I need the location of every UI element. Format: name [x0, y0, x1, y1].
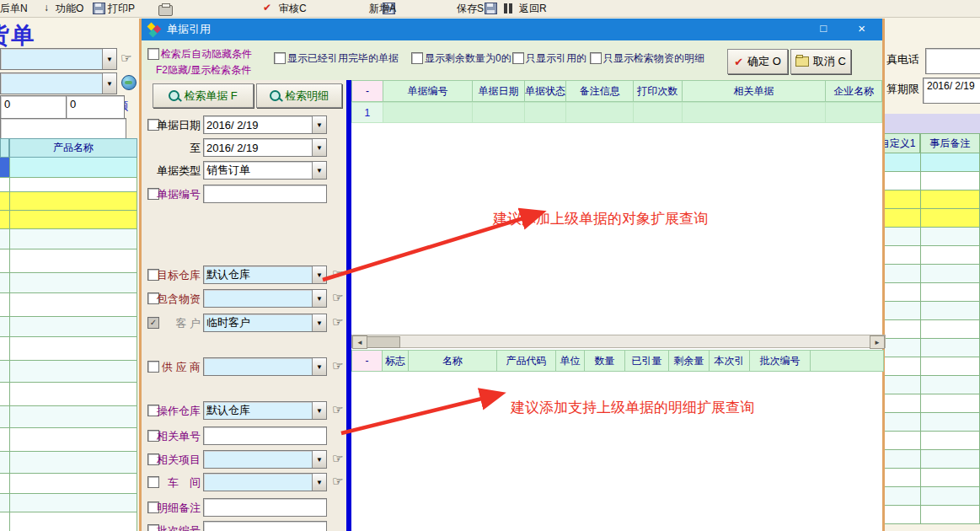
toolbar-item-houdan[interactable]: 后单N: [0, 2, 28, 16]
date-from-select[interactable]: 2016/ 2/19 ▼: [203, 115, 327, 134]
chevron-down-icon[interactable]: ▼: [312, 358, 326, 375]
ok-button[interactable]: ✔ 确定 O: [727, 49, 788, 74]
table-row: [875, 209, 980, 228]
chevron-down-icon[interactable]: ▼: [312, 474, 326, 491]
chevron-down-icon[interactable]: ▼: [312, 402, 326, 419]
table-row: [875, 394, 980, 413]
show-zero-checkbox[interactable]: [411, 52, 423, 64]
picker-hand-icon[interactable]: ☞: [120, 51, 131, 64]
bg-secondary-select[interactable]: ▼: [0, 72, 117, 94]
doc-table-row[interactable]: 1: [351, 102, 882, 123]
doc-no-input[interactable]: [203, 185, 327, 203]
scroll-left-button[interactable]: ◄: [352, 335, 367, 349]
detail-col-header[interactable]: 本次引: [710, 350, 750, 372]
chevron-down-icon[interactable]: ▼: [312, 451, 326, 468]
picker-hand-icon[interactable]: ☞: [332, 291, 343, 303]
horizontal-scrollbar[interactable]: ◄ ►: [351, 335, 886, 348]
printer-icon[interactable]: [158, 5, 173, 16]
detail-col-header[interactable]: 单位: [556, 350, 585, 372]
include-material-select[interactable]: ▼: [203, 289, 327, 308]
scroll-right-button[interactable]: ►: [870, 335, 885, 349]
chevron-down-icon[interactable]: ▼: [312, 290, 326, 307]
picker-hand-icon[interactable]: ☞: [332, 267, 343, 280]
only-searched-checkbox[interactable]: [590, 52, 602, 64]
detail-col-header[interactable]: 批次编号: [750, 350, 811, 372]
detail-col-header[interactable]: 名称: [409, 350, 497, 372]
picker-hand-icon[interactable]: ☞: [332, 315, 343, 328]
doc-col-header[interactable]: 备注信息: [566, 80, 634, 102]
related-no-input[interactable]: [203, 426, 327, 445]
doc-col-header[interactable]: 打印次数: [634, 80, 683, 102]
batch-no-input[interactable]: [203, 521, 327, 531]
detail-note-input[interactable]: [203, 498, 327, 517]
detail-col-header[interactable]: 已引量: [625, 350, 669, 372]
doc-col-header[interactable]: 单据编号: [383, 80, 473, 102]
date-to-select[interactable]: 2016/ 2/19 ▼: [203, 138, 327, 157]
doc-col-header[interactable]: 单据状态: [525, 80, 567, 102]
picker-hand-icon[interactable]: ☞: [332, 475, 343, 487]
related-project-select[interactable]: ▼: [203, 450, 327, 469]
after-note-header[interactable]: 事后备注: [920, 133, 980, 153]
supplier-select[interactable]: ▼: [203, 357, 327, 376]
chevron-down-icon[interactable]: ▼: [312, 139, 326, 156]
table-row: [875, 172, 980, 190]
toolbar-item-return[interactable]: 返回R: [519, 2, 547, 16]
combo-value: 销售订单: [204, 161, 312, 180]
doc-col-header[interactable]: 企业名称: [826, 80, 882, 102]
maximize-button[interactable]: □: [820, 22, 827, 35]
table-row: [0, 474, 137, 494]
chevron-down-icon[interactable]: ▼: [102, 73, 116, 94]
doc-col-header[interactable]: -: [351, 80, 383, 102]
bg-customer-select[interactable]: ▼: [0, 48, 117, 70]
op-warehouse-select[interactable]: 默认仓库 ▼: [203, 401, 327, 420]
dialog-titlebar[interactable]: 单据引用 □ ×: [142, 19, 882, 40]
close-button[interactable]: ×: [858, 21, 865, 35]
product-name-header[interactable]: 产品名称: [9, 138, 137, 158]
fax-phone-input[interactable]: [925, 48, 980, 74]
toolbar-item-new[interactable]: 新增A: [369, 2, 396, 16]
doc-col-header[interactable]: 单据日期: [473, 80, 525, 102]
doc-table-header: - 单据编号 单据日期 单据状态 备注信息 打印次数 相关单据 企业名称: [351, 80, 882, 102]
only-referenced-checkbox[interactable]: [512, 52, 524, 64]
selected-row-marker: [0, 158, 9, 177]
toolbar-item-print[interactable]: 打印P: [108, 2, 135, 16]
table-row: [875, 413, 980, 432]
detail-col-header[interactable]: -: [351, 350, 383, 372]
detail-col-header[interactable]: 数量: [585, 350, 625, 372]
detail-col-header[interactable]: 剩余量: [669, 350, 710, 372]
cancel-button[interactable]: 取消 C: [790, 49, 851, 74]
toolbar-item-audit[interactable]: 审核C: [279, 2, 307, 16]
table-row: [875, 320, 980, 339]
only-referenced-label: 只显示引用的: [526, 51, 586, 66]
detail-col-header[interactable]: 标志: [383, 350, 409, 372]
detail-col-header[interactable]: 产品代码: [497, 350, 556, 372]
target-warehouse-select[interactable]: 默认仓库 ▼: [203, 266, 327, 284]
bg-amount-input[interactable]: 0: [66, 95, 125, 121]
toolbar-item-functions[interactable]: 功能O: [56, 2, 83, 16]
chevron-down-icon[interactable]: ▼: [312, 162, 326, 179]
field-label: 供 应 商: [155, 360, 201, 375]
settle-term-input[interactable]: 2016/ 2/19: [923, 78, 980, 104]
toolbar-item-save[interactable]: 保存S: [457, 2, 484, 16]
show-finished-checkbox[interactable]: [274, 52, 286, 64]
picker-hand-icon[interactable]: ☞: [332, 359, 343, 372]
doc-cell: [566, 102, 634, 123]
chevron-down-icon[interactable]: ▼: [312, 116, 326, 133]
search-details-button[interactable]: 检索明细: [256, 83, 342, 108]
scrollbar-thumb[interactable]: [367, 336, 400, 348]
search-docs-button[interactable]: 检索单据 F: [153, 83, 254, 108]
customer-select[interactable]: 临时客户 ▼: [203, 314, 327, 332]
chevron-down-icon[interactable]: ▼: [312, 314, 326, 331]
chevron-down-icon[interactable]: ▼: [312, 266, 326, 283]
doc-type-select[interactable]: 销售订单 ▼: [203, 161, 327, 180]
settle-term-label: 算期限: [886, 82, 919, 97]
workshop-select[interactable]: ▼: [203, 473, 327, 491]
chevron-down-icon[interactable]: ▼: [102, 49, 116, 69]
picker-hand-icon[interactable]: ☞: [332, 452, 343, 464]
document-title: 货单: [0, 20, 35, 51]
picker-hand-icon[interactable]: ☞: [332, 403, 343, 416]
globe-icon[interactable]: [121, 75, 137, 90]
doc-col-header[interactable]: 相关单据: [683, 80, 827, 102]
auto-hide-checkbox[interactable]: [147, 48, 159, 60]
table-row: [0, 211, 137, 229]
